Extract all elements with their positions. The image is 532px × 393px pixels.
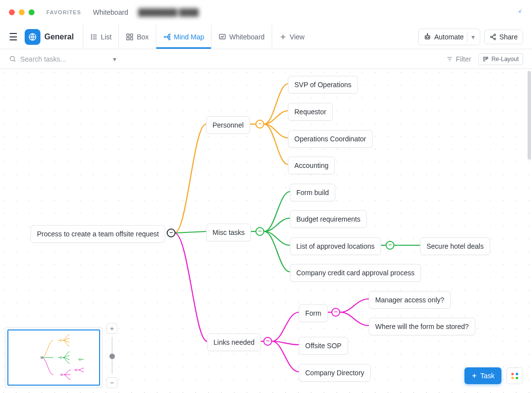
tab-list[interactable]: List bbox=[83, 25, 119, 49]
svg-line-26 bbox=[492, 35, 494, 36]
svg-point-37 bbox=[60, 339, 62, 341]
filter-button[interactable]: Filter bbox=[446, 55, 471, 63]
svg-point-25 bbox=[494, 38, 496, 40]
node-misc-label: Misc tasks bbox=[213, 229, 245, 236]
junction-links[interactable]: − bbox=[263, 337, 272, 346]
svg-point-20 bbox=[428, 36, 429, 37]
tab-list-label: List bbox=[101, 33, 112, 41]
node-label: SVP of Operations bbox=[294, 81, 352, 89]
node-label: Company credit card approval process bbox=[296, 269, 415, 277]
svg-point-38 bbox=[60, 357, 62, 358]
apps-button[interactable] bbox=[506, 367, 523, 384]
svg-point-23 bbox=[494, 34, 496, 36]
zoom-slider[interactable] bbox=[111, 337, 113, 374]
relayout-button[interactable]: Re-Layout bbox=[478, 53, 523, 65]
svg-point-22 bbox=[427, 33, 427, 34]
node-personnel-child-2[interactable]: Operations Coordinator bbox=[288, 130, 373, 148]
tab-add-view-label: View bbox=[290, 33, 305, 41]
node-label: Company Directory bbox=[305, 369, 364, 377]
add-task-button[interactable]: Task bbox=[464, 367, 501, 384]
svg-point-6 bbox=[91, 38, 92, 39]
node-personnel-child-1[interactable]: Requestor bbox=[288, 103, 333, 121]
window-controls bbox=[9, 9, 35, 15]
node-label: Requestor bbox=[294, 108, 326, 116]
node-secure-hotel[interactable]: Secure hotel deals bbox=[420, 237, 490, 255]
menu-icon[interactable]: ☰ bbox=[9, 31, 18, 43]
filter-icon bbox=[446, 56, 453, 63]
minimize-window-button[interactable] bbox=[19, 9, 25, 15]
node-personnel[interactable]: Personnel bbox=[206, 116, 250, 134]
junction-personnel[interactable]: − bbox=[255, 120, 264, 129]
node-misc-child-0[interactable]: Form build bbox=[290, 184, 335, 201]
tab-box[interactable]: Box bbox=[118, 25, 155, 49]
junction-root[interactable]: − bbox=[167, 229, 176, 237]
node-links-label: Links needed bbox=[213, 338, 254, 346]
node-form-child-1[interactable]: Where will the form be stored? bbox=[369, 318, 475, 335]
svg-rect-34 bbox=[485, 57, 487, 60]
node-root[interactable]: Process to create a team offsite request bbox=[31, 225, 165, 243]
node-label: Form bbox=[305, 309, 321, 317]
main-toolbar: ☰ General List Box Mind Map Whiteboard V… bbox=[0, 25, 532, 49]
svg-point-39 bbox=[79, 359, 81, 360]
whiteboard-icon bbox=[218, 33, 226, 41]
relayout-label: Re-Layout bbox=[492, 56, 519, 63]
node-links[interactable]: Links needed bbox=[207, 333, 261, 351]
node-personnel-child-0[interactable]: SVP of Operations bbox=[288, 76, 358, 94]
search-input[interactable] bbox=[20, 55, 99, 63]
share-label: Share bbox=[499, 33, 518, 41]
automate-label: Automate bbox=[434, 33, 464, 41]
svg-rect-9 bbox=[127, 37, 129, 40]
add-task-label: Task bbox=[480, 372, 495, 380]
junction-form[interactable]: − bbox=[331, 308, 340, 317]
tab-add-view[interactable]: View bbox=[272, 25, 312, 49]
favorites-label[interactable]: FAVORITES bbox=[46, 9, 81, 15]
close-window-button[interactable] bbox=[9, 9, 15, 15]
breadcrumb-whiteboard[interactable]: Whiteboard bbox=[93, 8, 129, 16]
junction-misc[interactable]: − bbox=[255, 227, 264, 236]
node-label: Offsite SOP bbox=[305, 342, 342, 350]
automate-button[interactable]: Automate ▾ bbox=[418, 29, 480, 45]
zoom-thumb[interactable] bbox=[109, 354, 115, 359]
mindmap-canvas[interactable]: Process to create a team offsite request… bbox=[0, 69, 532, 393]
breadcrumb-obscured: ████████ ████ bbox=[138, 8, 199, 16]
minimap[interactable] bbox=[5, 327, 103, 388]
space-title[interactable]: General bbox=[44, 33, 74, 41]
node-links-child-0[interactable]: Form bbox=[299, 304, 328, 322]
junction-locations[interactable]: − bbox=[386, 241, 394, 250]
node-personnel-child-3[interactable]: Accounting bbox=[288, 157, 335, 174]
node-misc-child-2[interactable]: List of approved locations bbox=[290, 237, 381, 255]
pin-icon[interactable] bbox=[516, 8, 523, 16]
node-personnel-label: Personnel bbox=[213, 121, 244, 129]
zoom-out-button[interactable]: − bbox=[106, 377, 117, 388]
vertical-scrollbar[interactable] bbox=[528, 69, 531, 393]
node-links-child-2[interactable]: Company Directory bbox=[299, 364, 371, 382]
svg-point-24 bbox=[490, 36, 492, 38]
node-links-child-1[interactable]: Offsite SOP bbox=[299, 337, 348, 355]
relayout-icon bbox=[483, 56, 489, 62]
node-label: Secure hotel deals bbox=[426, 242, 484, 250]
svg-rect-35 bbox=[487, 57, 488, 59]
tab-whiteboard[interactable]: Whiteboard bbox=[211, 25, 272, 49]
svg-line-29 bbox=[14, 60, 15, 62]
svg-rect-10 bbox=[131, 37, 133, 40]
tab-mind-map[interactable]: Mind Map bbox=[156, 25, 211, 49]
node-misc-child-3[interactable]: Company credit card approval process bbox=[290, 264, 421, 282]
window-titlebar: FAVORITES Whiteboard ████████ ████ bbox=[0, 0, 532, 25]
node-form-child-0[interactable]: Manager access only? bbox=[369, 291, 451, 309]
share-button[interactable]: Share bbox=[484, 30, 523, 44]
node-label: Form build bbox=[296, 189, 329, 196]
search-options-icon[interactable]: ▾ bbox=[113, 55, 116, 63]
node-misc-child-1[interactable]: Budget requirements bbox=[290, 210, 367, 228]
node-label: Where will the form be stored? bbox=[375, 323, 469, 330]
svg-point-14 bbox=[169, 38, 170, 40]
node-misc[interactable]: Misc tasks bbox=[206, 224, 251, 241]
robot-icon bbox=[424, 33, 431, 41]
svg-point-12 bbox=[169, 34, 170, 35]
space-icon[interactable] bbox=[25, 29, 40, 45]
node-label: Operations Coordinator bbox=[294, 135, 366, 143]
maximize-window-button[interactable] bbox=[29, 9, 35, 15]
search-icon bbox=[9, 55, 16, 63]
svg-point-19 bbox=[426, 36, 427, 37]
zoom-in-button[interactable]: + bbox=[106, 323, 117, 334]
chevron-down-icon[interactable]: ▾ bbox=[467, 32, 478, 42]
